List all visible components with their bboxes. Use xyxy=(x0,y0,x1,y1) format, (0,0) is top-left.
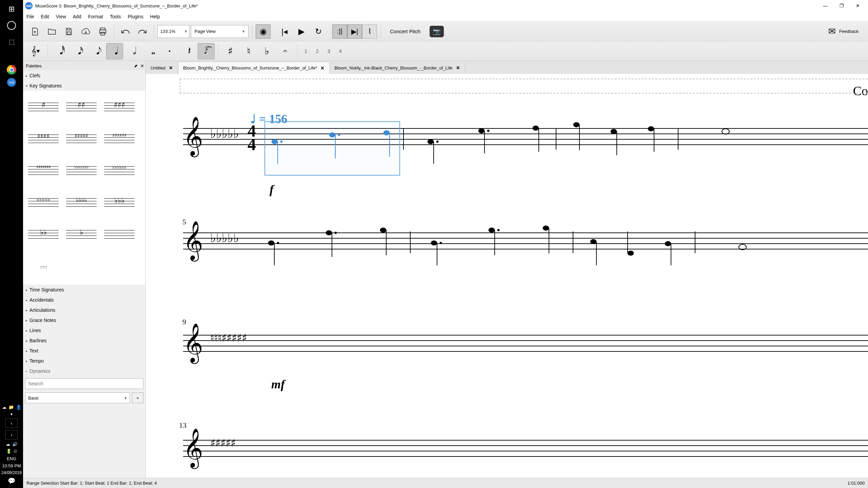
menu-tools[interactable]: Tools xyxy=(110,14,121,19)
note-whole-icon[interactable]: 𝅝 xyxy=(143,43,160,59)
tray-lang[interactable]: ENG xyxy=(7,456,16,461)
palette-time-signatures[interactable]: Time Signatures xyxy=(23,285,145,295)
keysig-6flat[interactable]: ♭♭♭♭♭♭ xyxy=(101,157,138,187)
keysig-2sharp[interactable]: ♯♯ xyxy=(63,93,100,123)
keysig-5flat[interactable]: ♭♭♭♭♭ xyxy=(25,188,62,219)
tray-wifi-icon[interactable]: ⦾ xyxy=(14,449,17,454)
loop-icon[interactable]: ↻ xyxy=(311,24,326,39)
keysig-7flat[interactable]: ♭♭♭♭♭♭♭ xyxy=(63,157,100,187)
tray-explorer-icon[interactable]: 📁 xyxy=(8,405,14,410)
sharp-icon[interactable]: ♯ xyxy=(222,43,239,59)
close-button[interactable]: ✕ xyxy=(850,1,866,11)
feedback-label[interactable]: Feedback xyxy=(839,29,859,34)
note-input-mode-icon[interactable]: 𝄞▾ xyxy=(27,43,44,59)
tie-icon[interactable]: ♪͡ xyxy=(198,43,215,59)
menu-format[interactable]: Format xyxy=(88,14,103,19)
tray-date[interactable]: 24/09/2019 xyxy=(1,470,22,475)
tray-sound-icon[interactable]: 🔊 xyxy=(12,442,18,447)
menu-file[interactable]: File xyxy=(26,14,34,19)
flip-stem-icon[interactable]: 𝄐 xyxy=(277,43,294,59)
prev-desktop-button[interactable]: ‹ xyxy=(5,419,18,428)
open-folder-icon[interactable] xyxy=(44,24,60,39)
concert-pitch-button[interactable]: Concert Pitch xyxy=(384,24,426,39)
note-quarter-icon[interactable]: 𝅘𝅥 xyxy=(106,43,123,59)
voice-2[interactable]: 2 xyxy=(312,48,322,54)
note-16th-icon[interactable]: 𝅘𝅥𝅯 xyxy=(70,43,86,59)
metronome-icon[interactable]: ⌇ xyxy=(362,24,377,39)
save-cloud-icon[interactable] xyxy=(78,24,94,39)
task-view-icon[interactable]: ⬚ xyxy=(5,35,18,48)
tab-untitled[interactable]: Untitled✕ xyxy=(146,62,178,74)
zoom-select[interactable]: 133.1% xyxy=(157,25,190,38)
palette-grace-notes[interactable]: Grace Notes xyxy=(23,315,145,325)
menu-edit[interactable]: Edit xyxy=(41,14,49,19)
tray-clock[interactable]: 10:59 PM xyxy=(2,463,21,468)
note-8th-icon[interactable]: 𝅘𝅥𝅮 xyxy=(88,43,105,59)
keysig-natural[interactable] xyxy=(101,220,138,251)
minimize-button[interactable]: — xyxy=(817,1,833,11)
tab-bloom-brightly[interactable]: Bloom_Brightly,_Cherry_Blossoms_of_Sumiz… xyxy=(178,62,330,74)
text-frame[interactable] xyxy=(180,79,868,94)
keysig-4flat[interactable]: ♭♭♭♭ xyxy=(63,188,100,219)
keysig-4sharp[interactable]: ♯♯♯♯ xyxy=(25,125,62,155)
play-icon[interactable]: ▶ xyxy=(294,24,309,39)
new-file-icon[interactable] xyxy=(27,24,43,39)
menu-view[interactable]: View xyxy=(56,14,66,19)
next-desktop-button[interactable]: › xyxy=(5,430,18,440)
menu-plugins[interactable]: Plugins xyxy=(128,14,143,19)
score-canvas[interactable]: Co 𝄞 ♭♭♭♭♭ 44 ♩ = 156 f 5 𝄞 xyxy=(146,74,868,478)
rest-icon[interactable]: 𝄽 xyxy=(179,43,196,59)
palette-articulations[interactable]: Articulations xyxy=(23,305,145,315)
keysig-7sharp[interactable]: ♯♯♯♯♯♯♯ xyxy=(25,157,62,187)
keysig-5sharp[interactable]: ♯♯♯♯♯ xyxy=(63,125,100,155)
musescore-taskbar-icon[interactable]: mů xyxy=(7,78,16,87)
repeat-in-icon[interactable]: :|| xyxy=(332,24,347,39)
tray-notifications-icon[interactable]: 💬 xyxy=(8,477,15,485)
palette-clefs[interactable]: Clefs xyxy=(23,70,145,81)
view-mode-select[interactable]: Page View xyxy=(191,25,249,38)
feedback-envelope-icon[interactable]: ✉ xyxy=(828,26,836,37)
dot-icon[interactable]: • xyxy=(161,43,178,59)
palette-add-button[interactable]: + xyxy=(132,392,143,403)
keysig-3sharp[interactable]: ♯♯♯ xyxy=(101,93,138,123)
palette-undock-icon[interactable]: ⬈ xyxy=(134,63,138,68)
chrome-icon[interactable] xyxy=(7,65,16,75)
tray-battery-icon[interactable]: 🔋 xyxy=(6,449,12,454)
flat-icon[interactable]: ♭ xyxy=(258,43,275,59)
palette-barlines[interactable]: Barlines xyxy=(23,336,145,346)
tab-bloom-nobly[interactable]: Bloom_Nobly,_Ink-Black_Cherry_Blossom_-_… xyxy=(330,62,465,74)
voice-4[interactable]: 4 xyxy=(335,48,346,54)
palette-search[interactable] xyxy=(25,378,143,389)
keysig-2flat[interactable]: ♭♭ xyxy=(25,220,62,251)
palette-text[interactable]: Text xyxy=(23,346,145,356)
midi-toggle-icon[interactable]: ◉ xyxy=(256,24,271,39)
rewind-icon[interactable]: |◂ xyxy=(277,24,292,39)
palette-key-signatures[interactable]: Key Signatures xyxy=(23,81,145,91)
tray-onedrive-icon[interactable]: ☁ xyxy=(6,442,10,447)
start-button-icon[interactable]: ⊞ xyxy=(5,3,18,16)
tab-close-icon[interactable]: ✕ xyxy=(169,65,173,70)
keysig-1flat[interactable]: ♭ xyxy=(63,220,100,251)
redo-icon[interactable] xyxy=(135,24,150,39)
tab-close-icon[interactable]: ✕ xyxy=(456,65,460,70)
save-icon[interactable] xyxy=(61,24,77,39)
note-half-icon[interactable]: 𝅗𝅥 xyxy=(124,43,141,59)
keysig-unknown[interactable]: ??? xyxy=(25,252,62,283)
keysig-1sharp[interactable]: ♯ xyxy=(25,93,62,123)
palette-accidentals[interactable]: Accidentals xyxy=(23,295,145,305)
natural-icon[interactable]: ♮ xyxy=(240,43,257,59)
pan-icon[interactable]: ▶| xyxy=(347,24,362,39)
tab-close-icon[interactable]: ✕ xyxy=(320,65,324,71)
print-icon[interactable] xyxy=(95,24,111,39)
keysig-3flat[interactable]: ♭♭♭ xyxy=(101,188,138,219)
tray-cloud-icon[interactable]: ☁ xyxy=(2,405,6,410)
menu-help[interactable]: Help xyxy=(150,14,160,19)
keysig-6sharp[interactable]: ♯♯♯♯♯♯ xyxy=(101,125,138,155)
palette-tempo[interactable]: Tempo xyxy=(23,356,145,366)
voice-1[interactable]: 1 xyxy=(301,48,311,54)
maximize-button[interactable]: ❐ xyxy=(833,1,850,11)
screenshot-icon[interactable]: 📷 xyxy=(430,26,444,37)
cortana-circle-icon[interactable] xyxy=(5,19,18,32)
tray-people-icon[interactable]: 👤 xyxy=(16,405,21,410)
palette-lines[interactable]: Lines xyxy=(23,325,145,336)
